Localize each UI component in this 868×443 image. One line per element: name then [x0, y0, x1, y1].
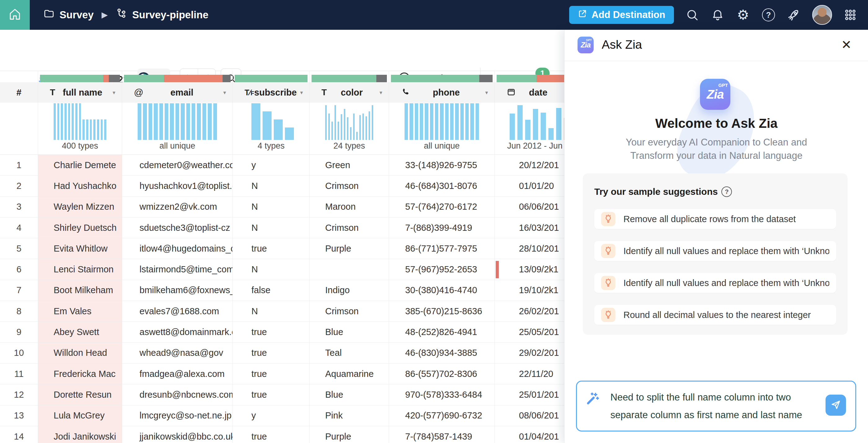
row-number[interactable]: 13	[0, 406, 38, 426]
cell-date[interactable]: 16/03/201	[495, 217, 564, 238]
row-number[interactable]: 11	[0, 363, 38, 384]
cell-phone[interactable]: 46-(830)934-3885	[389, 343, 494, 363]
cell-date[interactable]: 01/01/20	[495, 176, 564, 196]
cell-full_name[interactable]: Lula McGrey	[38, 406, 122, 426]
cell-phone[interactable]: 46-(684)301-8076	[389, 176, 494, 196]
user-avatar[interactable]	[812, 5, 832, 25]
row-number[interactable]: 6	[0, 259, 38, 280]
quality-bar-color[interactable]	[312, 75, 387, 82]
cell-phone[interactable]: 57-(764)270-6172	[389, 197, 494, 217]
cell-full_name[interactable]: Willdon Head	[38, 343, 122, 363]
cell-color[interactable]: Crimson	[310, 301, 389, 322]
breadcrumb-project[interactable]: Survey	[60, 9, 94, 21]
cell-phone[interactable]: 7-(784)587-1439	[389, 426, 494, 443]
cell-date[interactable]: 25/05/201	[495, 322, 564, 343]
cell-email[interactable]: hyushachkov1@toplist.cz	[122, 176, 232, 196]
cell-color[interactable]: Crimson	[310, 217, 389, 238]
cell-date[interactable]: 28/10/201	[495, 238, 564, 259]
cell-full_name[interactable]: Em Vales	[38, 301, 122, 322]
suggestion-card[interactable]: Remove all duplicate rows from the datas…	[594, 209, 836, 229]
column-header-phone[interactable]: phone▼	[389, 82, 494, 103]
cell-full_name[interactable]: Abey Swett	[38, 322, 122, 343]
suggestion-card[interactable]: Round all decimal values to the nearest …	[594, 305, 836, 325]
column-header-date[interactable]: date	[495, 82, 564, 103]
row-number[interactable]: 10	[0, 343, 38, 363]
cell-subscriber[interactable]: N	[233, 197, 309, 217]
cell-color[interactable]: Aquamarine	[310, 363, 389, 384]
chevron-down-icon[interactable]: ▼	[378, 90, 383, 95]
cell-phone[interactable]: 7-(868)399-4919	[389, 217, 494, 238]
cell-color[interactable]: Blue	[310, 322, 389, 343]
histogram-bars[interactable]	[405, 103, 479, 140]
cell-date[interactable]: 13/09/2k1	[495, 259, 564, 280]
row-number[interactable]: 3	[0, 197, 38, 217]
row-number[interactable]: 9	[0, 322, 38, 343]
help-icon[interactable]: ?	[762, 8, 776, 22]
whats-new-rocket-icon[interactable]	[787, 8, 801, 22]
cell-subscriber[interactable]: N	[233, 301, 309, 322]
cell-subscriber[interactable]: true	[233, 322, 309, 343]
home-button[interactable]	[0, 0, 30, 30]
close-icon[interactable]: ✕	[841, 38, 851, 52]
cell-date[interactable]: 19/10/2k1	[495, 280, 564, 301]
cell-email[interactable]: bmilkeham6@foxnews_co	[122, 280, 232, 301]
cell-date[interactable]: 22/11/20	[495, 363, 564, 384]
cell-phone[interactable]: 30-(380)416-4740	[389, 280, 494, 301]
cell-email[interactable]: aswett8@domainmark.com	[122, 322, 232, 343]
chevron-down-icon[interactable]: ▼	[299, 90, 304, 95]
cell-color[interactable]: Teal	[310, 343, 389, 363]
cell-color[interactable]: Green	[310, 155, 389, 176]
cell-subscriber[interactable]: y	[233, 155, 309, 176]
cell-full_name[interactable]: Jodi Janikowski	[38, 426, 122, 443]
row-number[interactable]: 12	[0, 384, 38, 405]
column-header-color[interactable]: Tcolor▼	[310, 82, 389, 103]
cell-full_name[interactable]: Fredericka Mac	[38, 363, 122, 384]
cell-color[interactable]: Indigo	[310, 280, 389, 301]
cell-subscriber[interactable]: true	[233, 363, 309, 384]
cell-date[interactable]: 20/12/201	[495, 155, 564, 176]
row-number[interactable]: 1	[0, 155, 38, 176]
chevron-down-icon[interactable]: ▼	[222, 90, 227, 95]
row-number[interactable]: 8	[0, 301, 38, 322]
cell-subscriber[interactable]: true	[233, 343, 309, 363]
search-icon[interactable]	[685, 8, 700, 22]
cell-full_name[interactable]: Dorette Resun	[38, 384, 122, 405]
cell-phone[interactable]: 33-(148)926-9755	[389, 155, 494, 176]
cell-phone[interactable]: 970-(578)333-6484	[389, 384, 494, 405]
cell-subscriber[interactable]: true	[233, 238, 309, 259]
cell-color[interactable]: Blue	[310, 384, 389, 405]
cell-full_name[interactable]: Charlie Demete	[38, 155, 122, 176]
cell-email[interactable]: evales7@1688.com	[122, 301, 232, 322]
quality-bar-date[interactable]	[497, 75, 564, 82]
cell-phone[interactable]: 420-(577)690-6732	[389, 406, 494, 426]
cell-email[interactable]: sduetsche3@toplist-cz	[122, 217, 232, 238]
row-number[interactable]: 14	[0, 426, 38, 443]
apps-grid-icon[interactable]	[843, 8, 858, 22]
chevron-down-icon[interactable]: ▼	[112, 90, 116, 95]
cell-email[interactable]: wmizzen2@vk.com	[122, 197, 232, 217]
histogram-bars[interactable]	[509, 103, 564, 140]
cell-email[interactable]: lstairmond5@time_com	[122, 259, 232, 280]
column-header-idx[interactable]: #	[0, 82, 38, 103]
cell-date[interactable]: 06/06/201	[495, 197, 564, 217]
cell-full_name[interactable]: Waylen Mizzen	[38, 197, 122, 217]
cell-color[interactable]: Maroon	[310, 197, 389, 217]
cell-color[interactable]: Pink	[310, 406, 389, 426]
cell-email[interactable]: fmadgea@alexa.com	[122, 363, 232, 384]
row-number[interactable]: 2	[0, 176, 38, 196]
cell-date[interactable]: 01/04/201	[495, 426, 564, 443]
cell-full_name[interactable]: Lenci Stairmon	[38, 259, 122, 280]
cell-color[interactable]: Purple	[310, 426, 389, 443]
notifications-icon[interactable]	[711, 8, 725, 22]
cell-subscriber[interactable]: false	[233, 280, 309, 301]
cell-email[interactable]: dresunb@nbcnews.com	[122, 384, 232, 405]
cell-email[interactable]: lmcgreyc@so-net.ne.jp	[122, 406, 232, 426]
quality-bar-subscriber[interactable]	[235, 75, 308, 82]
cell-full_name[interactable]: Shirley Duetsch	[38, 217, 122, 238]
cell-subscriber[interactable]: true	[233, 426, 309, 443]
cell-date[interactable]: 29/02/201	[495, 343, 564, 363]
histogram-bars[interactable]	[325, 103, 373, 140]
ask-zia-input-box[interactable]: Need to split the full name column into …	[576, 381, 856, 432]
suggestions-help-icon[interactable]: ?	[721, 186, 732, 197]
cell-subscriber[interactable]: y	[233, 406, 309, 426]
